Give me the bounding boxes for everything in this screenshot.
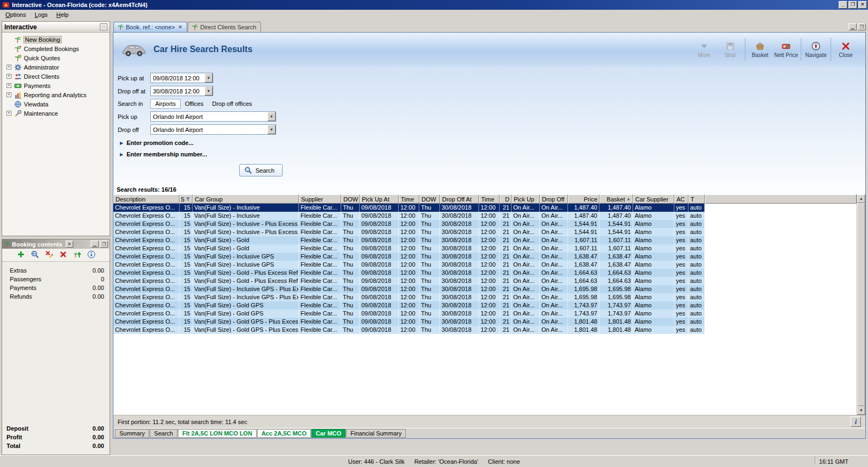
table-row[interactable]: Chevrolet Express O...15Van(Full Size) -… (113, 285, 705, 293)
tab-close-icon[interactable]: ✕ (178, 24, 183, 30)
dropoff-dropdown-button[interactable]: ▼ (267, 125, 276, 134)
sidebar-item-reporting-and-analytics[interactable]: +Reporting and Analytics (3, 90, 108, 99)
search-in-option-drop-off-offices[interactable]: Drop off offices (208, 99, 257, 108)
filter-icon[interactable] (186, 197, 190, 201)
pickup-at-dropdown-button[interactable]: ▼ (205, 73, 213, 83)
expand-icon[interactable]: + (7, 111, 11, 116)
column-header-d-10[interactable]: D (500, 194, 512, 204)
sidebar-item-viewdata[interactable]: Viewdata (3, 99, 108, 109)
add-button[interactable] (16, 250, 25, 260)
column-header-basket-14[interactable]: Basket (599, 194, 633, 204)
promotion-code-expander[interactable]: ▶ Enter promotion code... (120, 140, 865, 146)
menu-options[interactable]: Options (1, 10, 30, 19)
table-row[interactable]: Chevrolet Express O...15Van(Full Size) -… (113, 220, 705, 228)
table-row[interactable]: Chevrolet Express O...15Van(Full Size) -… (113, 310, 705, 318)
table-row[interactable]: Chevrolet Express O...15Van(Full Size) -… (113, 212, 705, 220)
delete-button[interactable] (59, 250, 68, 260)
column-header-s-1[interactable]: S (180, 194, 193, 204)
column-header-price-13[interactable]: Price (568, 194, 599, 204)
pickup-location-select[interactable]: Orlando Intl Airport ▼ (150, 111, 276, 122)
bottom-tab-car-mco[interactable]: Car MCO (311, 429, 346, 438)
sidebar-item-quick-quotes[interactable]: Quick Quotes (3, 53, 108, 62)
column-header-pick-up-at-5[interactable]: Pick Up At (360, 194, 399, 204)
scroll-down-arrow[interactable]: ▼ (857, 406, 865, 415)
search-in-option-airports[interactable]: Airports (150, 99, 181, 109)
scroll-up-arrow[interactable]: ▲ (857, 194, 865, 203)
column-header-time-6[interactable]: Time (399, 194, 419, 204)
menu-logs[interactable]: Logs (30, 10, 52, 19)
scroll-thumb[interactable] (857, 203, 865, 406)
column-header-dow-4[interactable]: DOW (341, 194, 360, 204)
booking-panel-minimize-button[interactable]: ▁ (91, 241, 99, 248)
search-button[interactable] (30, 250, 40, 260)
column-header-drop-off-at-8[interactable]: Drop Off At (440, 194, 479, 204)
dropoff-at-dropdown-button[interactable]: ▼ (205, 86, 213, 96)
edit-button[interactable] (44, 250, 54, 260)
booking-panel-restore-button[interactable]: ❐ (100, 241, 108, 248)
bottom-tab-search[interactable]: Search (150, 429, 177, 438)
search-button[interactable]: Search (239, 164, 283, 176)
column-header-supplier-3[interactable]: Supplier (299, 194, 341, 204)
close-button[interactable]: ✕ (858, 1, 867, 9)
column-header-drop-off-12[interactable]: Drop Off (540, 194, 568, 204)
sidebar-item-completed-bookings[interactable]: Completed Bookings (3, 44, 108, 53)
tab-book-ref-none[interactable]: Book. ref.: <none>✕ (113, 22, 187, 32)
info-button[interactable]: i (851, 416, 861, 427)
table-row[interactable]: Chevrolet Express O...15Van(Full Size) -… (113, 228, 705, 236)
close-button[interactable]: Close (833, 40, 859, 60)
basket-button[interactable]: Basket (747, 40, 773, 60)
sidebar-item-administrator[interactable]: +Administrator (3, 62, 108, 72)
table-row[interactable]: Chevrolet Express O...15Van(Full Size) -… (113, 293, 705, 301)
minimize-button[interactable]: _ (839, 1, 847, 9)
search-in-option-offices[interactable]: Offices (181, 99, 208, 108)
column-header-car-group-2[interactable]: Car Group (193, 194, 299, 204)
column-header-car-supplier-15[interactable]: Car Supplier (633, 194, 674, 204)
sidebar-item-direct-clients[interactable]: +Direct Clients (3, 72, 108, 81)
table-row[interactable]: Chevrolet Express O...15Van(Full Size) -… (113, 204, 705, 212)
move-up-button[interactable] (73, 250, 82, 260)
maximize-button[interactable]: ❐ (848, 1, 857, 9)
booking-panel-close-button[interactable]: ✕ (66, 241, 73, 248)
column-header-ac-16[interactable]: AC (674, 194, 688, 204)
bottom-tab-summary[interactable]: Summary (115, 429, 149, 438)
table-row[interactable]: Chevrolet Express O...15Van(Full Size) -… (113, 236, 705, 244)
navigate-button[interactable]: Navigate (803, 40, 829, 60)
sidebar-item-maintenance[interactable]: +Maintenance (3, 109, 108, 118)
column-header-time-9[interactable]: Time (479, 194, 500, 204)
bottom-tab-financial-summary[interactable]: Financial Summary (346, 429, 406, 438)
expand-icon[interactable]: + (7, 92, 11, 97)
dropoff-at-input[interactable]: 30/08/2018 12:00 ▼ (150, 86, 213, 96)
nett-price-button[interactable]: Nett Price (773, 40, 799, 60)
stop-button[interactable]: Stop (717, 40, 743, 60)
tab-direct-clients-search[interactable]: Direct Clients Search (188, 22, 261, 32)
vertical-scrollbar[interactable]: ▲ ▼ (857, 194, 865, 415)
document-restore-button[interactable]: ❐ (858, 23, 866, 30)
document-minimize-button[interactable]: ▁ (848, 23, 857, 30)
table-row[interactable]: Chevrolet Express O...15Van(Full Size) -… (113, 244, 705, 253)
column-header-dow-7[interactable]: DOW (419, 194, 440, 204)
table-row[interactable]: Chevrolet Express O...15Van(Full Size) -… (113, 269, 705, 277)
table-row[interactable]: Chevrolet Express O...15Van(Full Size) -… (113, 326, 705, 334)
column-header-pick-up-11[interactable]: Pick Up (512, 194, 540, 204)
bottom-tab-flt-2a-5c-lon-mco-lon[interactable]: Flt 2A,5C LON MCO LON (178, 429, 257, 438)
expand-icon[interactable]: + (7, 83, 11, 88)
table-row[interactable]: Chevrolet Express O...15Van(Full Size) -… (113, 301, 705, 310)
column-header-description-0[interactable]: Description (113, 194, 180, 204)
sidebar-item-payments[interactable]: +Payments (3, 81, 108, 90)
dropoff-location-select[interactable]: Orlando Intl Airport ▼ (150, 124, 276, 135)
table-row[interactable]: Chevrolet Express O...15Van(Full Size) -… (113, 261, 705, 269)
table-row[interactable]: Chevrolet Express O...15Van(Full Size) -… (113, 318, 705, 326)
expand-icon[interactable]: + (7, 65, 11, 70)
info-button[interactable] (87, 250, 96, 260)
more-button[interactable]: More (691, 40, 717, 60)
panel-pin-button[interactable]: □ (100, 23, 107, 30)
pickup-dropdown-button[interactable]: ▼ (267, 112, 276, 121)
table-row[interactable]: Chevrolet Express O...15Van(Full Size) -… (113, 277, 705, 285)
menu-help[interactable]: Help (52, 10, 73, 19)
table-row[interactable]: Chevrolet Express O...15Van(Full Size) -… (113, 253, 705, 261)
sidebar-item-new-booking[interactable]: New Booking (3, 35, 108, 44)
membership-number-expander[interactable]: ▶ Enter membership number... (120, 151, 865, 157)
column-header-t-17[interactable]: T (688, 194, 705, 204)
pickup-at-input[interactable]: 09/08/2018 12:00 ▼ (150, 73, 213, 83)
expand-icon[interactable]: + (7, 74, 11, 79)
